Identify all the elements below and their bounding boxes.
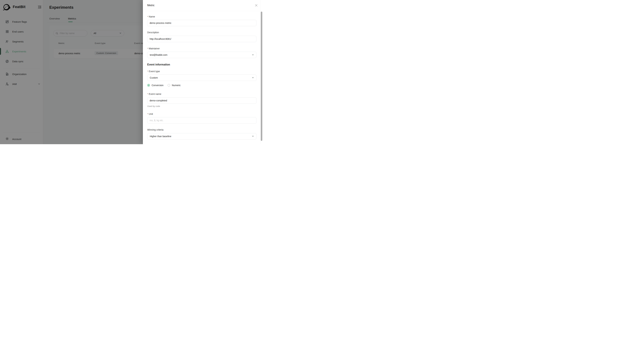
drawer-body: *Name Description *Maintainer test@featb… <box>143 11 260 144</box>
required-asterisk: * <box>147 93 148 95</box>
winning-criteria-label: Winning criteria <box>147 128 163 131</box>
event-type-value: Custom <box>150 76 158 79</box>
maintainer-label: *Maintainer <box>147 47 160 50</box>
required-asterisk: * <box>147 16 148 18</box>
drawer-scrollbar-thumb[interactable] <box>261 12 262 141</box>
winning-criteria-value: Higher than baseline <box>150 135 171 138</box>
caret-down-icon <box>252 54 254 56</box>
drawer-header: Metric <box>143 0 263 11</box>
event-type-select[interactable]: Custom <box>147 75 256 81</box>
caret-down-icon <box>252 136 254 137</box>
radio-numeric[interactable] <box>168 84 170 87</box>
maintainer-value: test@featbit.com <box>150 54 167 56</box>
event-type-label: *Event type <box>147 70 160 73</box>
featbit-app-window: FeatBit Feature flags <box>0 0 263 144</box>
description-label: Description <box>147 31 159 34</box>
metric-drawer: Metric *Name Description *Maintainer tes… <box>143 0 263 144</box>
event-information-section-title: Event information <box>147 63 170 66</box>
required-asterisk: * <box>147 70 148 73</box>
name-input[interactable] <box>147 20 256 26</box>
radio-conversion-label[interactable]: Conversion <box>152 84 164 87</box>
description-input[interactable] <box>147 36 256 42</box>
event-name-input[interactable] <box>147 97 256 104</box>
close-button[interactable] <box>254 4 258 7</box>
event-name-label: *Event name <box>147 93 161 95</box>
maintainer-select[interactable]: test@featbit.com <box>147 52 256 58</box>
close-icon <box>254 4 258 7</box>
caret-down-icon <box>252 77 254 78</box>
unit-label: *Unit <box>147 113 153 115</box>
winning-criteria-select[interactable]: Higher than baseline <box>147 133 256 140</box>
unit-input[interactable] <box>147 117 256 124</box>
name-label: *Name <box>147 15 155 18</box>
drawer-title: Metric <box>147 4 155 7</box>
radio-conversion[interactable] <box>147 84 150 87</box>
required-asterisk: * <box>147 113 148 115</box>
event-type-radio-group: Conversion Numeric <box>147 84 183 87</box>
required-asterisk: * <box>147 47 148 50</box>
event-name-helper: Used by code <box>147 105 160 107</box>
radio-numeric-label[interactable]: Numeric <box>172 84 180 87</box>
drawer-scrollbar-track <box>260 0 263 144</box>
